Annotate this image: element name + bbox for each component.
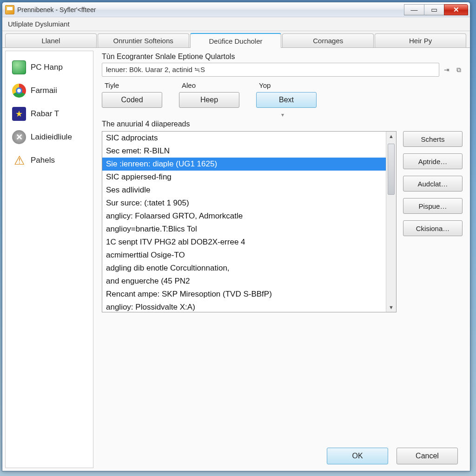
list-item[interactable]: anglioy=bnartie.T:Blics Tol	[102, 223, 386, 236]
path-input[interactable]	[102, 63, 439, 77]
list-item[interactable]: 1C senpt ITV PHG2 abl DOB2X-erree 4	[102, 236, 386, 249]
list-item[interactable]: anglicy: Folaarsed GRTO, Admorkcatle	[102, 210, 386, 223]
ok-button[interactable]: OK	[327, 448, 388, 464]
list-item[interactable]: Ses adlividle	[102, 184, 386, 197]
tab-label: Deüfice Ducholer	[209, 37, 262, 45]
button-label: Heep	[200, 96, 218, 104]
sidebar-item-label: Rabar T	[31, 109, 59, 119]
list-item[interactable]: acmimerttial Osige-TO	[102, 249, 386, 262]
tab-bar: Llanel Onruntier Softeions Deüfice Ducho…	[2, 31, 470, 48]
maximize-button[interactable]: ▭	[424, 4, 444, 15]
tab-label: Cornages	[313, 37, 343, 45]
browse-icon[interactable]: ⧉	[454, 65, 463, 75]
scherts-button[interactable]: Scherts	[403, 131, 463, 147]
list-item[interactable]: SIC adprociats	[102, 132, 386, 145]
list-title: The anuurial 4 diiapereads	[102, 120, 463, 128]
tab-onruntier[interactable]: Onruntier Softeions	[98, 33, 189, 47]
group-title: Tùn Ecogranter Snlale Eptione Qulartols	[102, 53, 463, 61]
right-button-column: Scherts Aptride… Audclat… Pispue… Ckisio…	[403, 131, 463, 312]
sidebar-item-farmaii[interactable]: Farmaii	[8, 79, 90, 102]
sidebar-item-rabar[interactable]: ★ Rabar T	[8, 102, 90, 126]
warning-icon: ⚠	[12, 153, 26, 167]
sidebar-item-label: Farmaii	[31, 86, 57, 95]
minimize-button[interactable]: —	[404, 4, 424, 15]
window-title: Prennibenek - Syfler'<ffteer	[17, 6, 404, 13]
three-columns: Tiyle Coded Aleo Heep Yop Bext	[102, 81, 463, 108]
window: Prennibenek - Syfler'<ffteer — ▭ ✕ Utlip…	[2, 2, 470, 471]
tab-heir-py[interactable]: Heir Py	[375, 33, 466, 47]
col-label-yop: Yop	[256, 81, 317, 89]
main-panel: Tùn Ecogranter Snlale Eptione Qulartols …	[93, 48, 470, 471]
scroll-track[interactable]	[386, 141, 396, 303]
ckisiona-button[interactable]: Ckisiona…	[403, 220, 463, 236]
app-icon	[5, 5, 14, 14]
button-label: Aptride…	[418, 158, 448, 165]
chrome-icon	[12, 84, 26, 98]
star-icon: ★	[12, 107, 26, 121]
tab-label: Llanel	[41, 37, 60, 45]
sidebar-item-pc-hanp[interactable]: PC Hanp	[8, 56, 90, 79]
button-label: Scherts	[421, 135, 445, 143]
list-item[interactable]: adgling dib enotle Corcultionnation,	[102, 262, 386, 275]
aptride-button[interactable]: Aptride…	[403, 153, 463, 169]
cancel-button[interactable]: Cancel	[397, 448, 458, 464]
button-label: Cancel	[416, 452, 439, 460]
coded-button[interactable]: Coded	[102, 92, 162, 108]
sidebar-item-laidieidliule[interactable]: ✕ Laidieidliule	[8, 126, 90, 149]
globe-icon	[12, 60, 26, 74]
bext-button[interactable]: Bext	[256, 92, 317, 108]
tab-label: Onruntier Softeions	[113, 37, 173, 45]
chevron-down-icon[interactable]: ▾	[102, 112, 463, 118]
list-section: SIC adprociats Sec emet: R-BILN Sie :ien…	[102, 131, 463, 312]
scroll-up-icon[interactable]: ▲	[386, 132, 396, 141]
titlebar: Prennibenek - Syfler'<ffteer — ▭ ✕	[2, 2, 470, 17]
content-area: PC Hanp Farmaii ★ Rabar T ✕ Laidieidliul…	[2, 48, 470, 471]
sidebar-item-label: Laidieidliule	[31, 132, 72, 142]
scrollbar[interactable]: ▲ ▼	[386, 132, 396, 312]
listbox[interactable]: SIC adprociats Sec emet: R-BILN Sie :ien…	[102, 131, 397, 312]
button-label: OK	[352, 452, 363, 460]
sidebar-item-label: Pahels	[31, 156, 55, 165]
arrow-right-icon[interactable]: ⇥	[442, 65, 451, 75]
x-circle-icon: ✕	[12, 130, 26, 144]
button-label: Pispue…	[419, 202, 447, 210]
list-viewport: SIC adprociats Sec emet: R-BILN Sie :ien…	[102, 132, 386, 312]
button-label: Audclat…	[417, 180, 448, 188]
pispue-button[interactable]: Pispue…	[403, 198, 463, 214]
sidebar-item-pahels[interactable]: ⚠ Pahels	[8, 149, 90, 172]
close-button[interactable]: ✕	[444, 4, 468, 15]
col-label-aleo: Aleo	[179, 81, 239, 89]
list-item[interactable]: SIC appiersed-fing	[102, 171, 386, 184]
scroll-thumb[interactable]	[388, 144, 395, 195]
list-item[interactable]: Rencant ampe: SKP Miresoption (TVD S-BBf…	[102, 288, 386, 301]
path-row: ⇥ ⧉	[102, 63, 463, 77]
page-subtitle: Utliplate Dyslumiant	[2, 17, 470, 31]
heep-button[interactable]: Heep	[179, 92, 239, 108]
tab-deufice[interactable]: Deüfice Ducholer	[190, 33, 282, 48]
sidebar: PC Hanp Farmaii ★ Rabar T ✕ Laidieidliul…	[5, 51, 93, 468]
audclat-button[interactable]: Audclat…	[403, 176, 463, 192]
dialog-buttons: OK Cancel	[327, 448, 458, 464]
scroll-down-icon[interactable]: ▼	[386, 303, 396, 312]
col-label-tiyle: Tiyle	[102, 81, 162, 89]
button-label: Bext	[279, 96, 294, 104]
list-item[interactable]: and enguerche (45 PN2	[102, 275, 386, 288]
tab-cornages[interactable]: Cornages	[282, 33, 374, 47]
sidebar-item-label: PC Hanp	[31, 63, 63, 72]
tab-label: Heir Py	[409, 37, 432, 45]
button-label: Coded	[121, 96, 143, 104]
list-item[interactable]: Sec emet: R-BILN	[102, 145, 386, 158]
list-item[interactable]: Sie :ienreen: diaple (UG1 1625)	[102, 158, 386, 171]
list-item[interactable]: anglioy: Plossidvalte X:A)	[102, 301, 386, 312]
button-label: Ckisiona…	[416, 225, 450, 232]
window-controls: — ▭ ✕	[404, 4, 468, 15]
list-item[interactable]: Sur surce: (:tatet 1 905)	[102, 197, 386, 210]
tab-llanel[interactable]: Llanel	[5, 33, 97, 47]
